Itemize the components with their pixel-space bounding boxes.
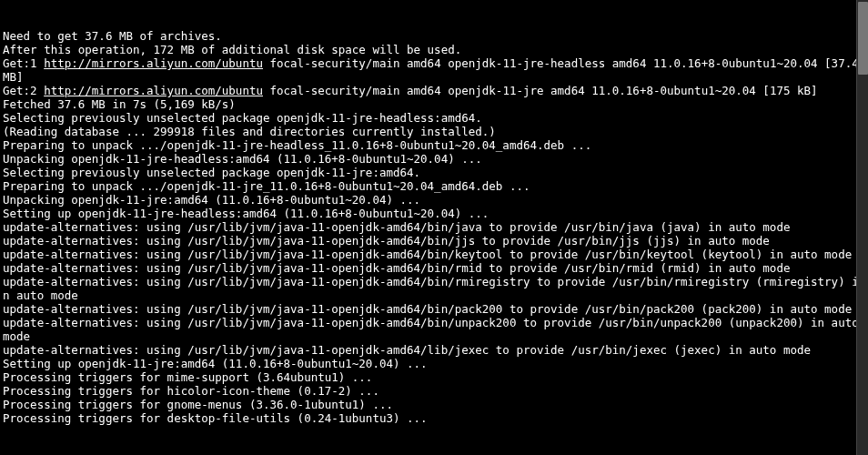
terminal-line: Unpacking openjdk-11-jre:amd64 (11.0.16+… [3,193,865,207]
url-text[interactable]: http://mirrors.aliyun.com/ubuntu [44,84,263,97]
output-text: Need to get 37.6 MB of archives. [3,29,222,43]
terminal-line: Processing triggers for gnome-menus (3.3… [3,398,865,411]
terminal-line: Setting up openjdk-11-jre-headless:amd64… [3,207,865,220]
terminal-line: update-alternatives: using /usr/lib/jvm/… [3,275,865,302]
terminal-line: (Reading database ... 299918 files and d… [3,125,865,138]
output-text: After this operation, 172 MB of addition… [3,43,461,56]
output-text: Selecting previously unselected package … [3,111,482,125]
terminal-line: Get:1 http://mirrors.aliyun.com/ubuntu f… [3,56,865,84]
output-text: update-alternatives: using /usr/lib/jvm/… [3,343,811,357]
output-text: Processing triggers for hicolor-icon-the… [3,384,379,398]
terminal-lines: Need to get 37.6 MB of archives.After th… [3,29,865,425]
terminal-line: Processing triggers for mime-support (3.… [3,370,865,384]
output-text: Unpacking openjdk-11-jre:amd64 (11.0.16+… [3,193,420,207]
output-text: update-alternatives: using /usr/lib/jvm/… [3,261,790,275]
output-text: update-alternatives: using /usr/lib/jvm/… [3,248,852,261]
terminal-line: Preparing to unpack .../openjdk-11-jre-h… [3,138,865,152]
url-text[interactable]: http://mirrors.aliyun.com/ubuntu [44,56,263,70]
terminal-line: Get:2 http://mirrors.aliyun.com/ubuntu f… [3,84,865,97]
vertical-scrollbar[interactable] [856,0,868,455]
terminal-line: update-alternatives: using /usr/lib/jvm/… [3,343,865,357]
terminal-line: update-alternatives: using /usr/lib/jvm/… [3,220,865,234]
output-text: focal-security/main amd64 openjdk-11-jre… [263,84,818,97]
terminal-line: update-alternatives: using /usr/lib/jvm/… [3,261,865,275]
terminal-line: Processing triggers for desktop-file-uti… [3,411,865,425]
output-text: Processing triggers for mime-support (3.… [3,370,372,384]
terminal-line: update-alternatives: using /usr/lib/jvm/… [3,234,865,248]
output-text: Selecting previously unselected package … [3,166,420,179]
terminal-line: After this operation, 172 MB of addition… [3,43,865,56]
terminal-line: update-alternatives: using /usr/lib/jvm/… [3,302,865,316]
terminal-line: Processing triggers for hicolor-icon-the… [3,384,865,398]
output-text: Preparing to unpack .../openjdk-11-jre-h… [3,138,591,152]
output-text: Get:2 [3,84,44,97]
output-text: Fetched 37.6 MB in 7s (5,169 kB/s) [3,97,236,111]
output-text: Setting up openjdk-11-jre-headless:amd64… [3,207,489,220]
terminal-line: update-alternatives: using /usr/lib/jvm/… [3,248,865,261]
output-text: Get:1 [3,56,44,70]
output-text: Processing triggers for desktop-file-uti… [3,411,428,425]
terminal-line: Preparing to unpack .../openjdk-11-jre_1… [3,179,865,193]
output-text: update-alternatives: using /usr/lib/jvm/… [3,316,865,343]
terminal-line: Unpacking openjdk-11-jre-headless:amd64 … [3,152,865,166]
scrollbar-thumb[interactable] [858,2,868,75]
output-text: Unpacking openjdk-11-jre-headless:amd64 … [3,152,482,166]
output-text: (Reading database ... 299918 files and d… [3,125,496,138]
terminal-output[interactable]: Need to get 37.6 MB of archives.After th… [0,0,868,455]
output-text: update-alternatives: using /usr/lib/jvm/… [3,234,770,248]
terminal-line: Selecting previously unselected package … [3,111,865,125]
terminal-line: Selecting previously unselected package … [3,166,865,179]
terminal-line: Fetched 37.6 MB in 7s (5,169 kB/s) [3,97,865,111]
terminal-line: Need to get 37.6 MB of archives. [3,29,865,43]
output-text: Preparing to unpack .../openjdk-11-jre_1… [3,179,530,193]
terminal-line: update-alternatives: using /usr/lib/jvm/… [3,316,865,343]
output-text: update-alternatives: using /usr/lib/jvm/… [3,220,790,234]
output-text: Processing triggers for gnome-menus (3.3… [3,398,393,411]
output-text: update-alternatives: using /usr/lib/jvm/… [3,275,859,302]
output-text: update-alternatives: using /usr/lib/jvm/… [3,302,852,316]
output-text: Setting up openjdk-11-jre:amd64 (11.0.16… [3,357,428,370]
terminal-line: Setting up openjdk-11-jre:amd64 (11.0.16… [3,357,865,370]
